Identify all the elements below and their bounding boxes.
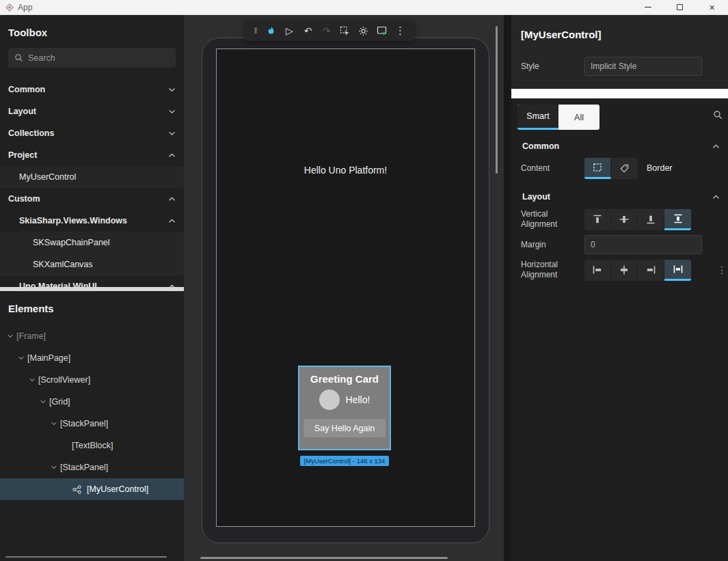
properties-tabs: Smart All — [511, 98, 728, 130]
greeting-card-selection[interactable]: Greeting Card Hello! Say Hello Again — [298, 366, 391, 450]
ellipse-shape[interactable] — [319, 389, 340, 410]
left-sidebar: Toolbox Common Layout Collections Projec… — [0, 15, 184, 561]
chevron-down-icon — [51, 422, 57, 426]
align-left-button[interactable] — [584, 260, 611, 281]
chevron-down-icon — [51, 465, 57, 469]
maximize-button[interactable] — [664, 0, 696, 14]
app-title: App — [18, 3, 32, 12]
content-value: Border — [647, 163, 673, 173]
redo-icon[interactable]: ↷ — [317, 20, 336, 41]
device-frame: Hello Uno Platform! Greeting Card Hello!… — [202, 38, 489, 543]
align-vcenter-button[interactable] — [611, 209, 638, 230]
tag-content-button[interactable] — [611, 158, 638, 179]
content-property-row: Content Border — [511, 156, 728, 180]
toolbox-section-custom[interactable]: Custom — [0, 188, 184, 210]
toolbox-section-common[interactable]: Common — [0, 79, 184, 100]
card-greeting[interactable]: Hello! — [346, 394, 370, 405]
horizontal-alignment-row: Horizontal Alignment ⋮ — [511, 257, 728, 283]
toolbox-section-layout[interactable]: Layout — [0, 100, 184, 122]
panel-divider[interactable] — [504, 15, 511, 561]
section-common[interactable]: Common — [511, 137, 728, 156]
app-screen: Hello Uno Platform! Greeting Card Hello!… — [216, 49, 475, 527]
elements-title: Elements — [0, 291, 184, 316]
align-right-button[interactable] — [638, 260, 664, 281]
tree-item-grid[interactable]: [Grid] — [0, 391, 184, 413]
canvas-horizontal-scrollbar[interactable] — [200, 557, 448, 559]
toolbox-item-skswapchainpanel[interactable]: SKSwapChainPanel — [0, 232, 184, 254]
horizontal-alignment-group — [584, 260, 691, 281]
toolbox-group-skiasharp[interactable]: SkiaSharp.Views.Windows — [0, 210, 184, 232]
properties-panel: [MyUserControl] Style Smart All Common C… — [511, 15, 728, 561]
designer-toolbar: ‖ ▷ ↶ ↷ ⋮ — [245, 20, 414, 41]
toolbox-item-skxamlcanvas[interactable]: SKXamlCanvas — [0, 254, 184, 275]
toolbox-section-project[interactable]: Project — [0, 144, 184, 166]
tab-smart[interactable]: Smart — [517, 105, 558, 130]
tree-item-stackpanel-2[interactable]: [StackPanel] — [0, 456, 184, 478]
sidebar-horizontal-scrollbar[interactable] — [5, 556, 167, 558]
tree-item-myusercontrol[interactable]: [MyUserControl] — [0, 478, 184, 500]
properties-header: [MyUserControl] Style — [511, 15, 728, 89]
properties-search-icon[interactable] — [713, 110, 723, 120]
hot-reload-icon[interactable] — [262, 20, 280, 41]
toolbox-item-myusercontrol[interactable]: MyUserControl — [0, 166, 184, 188]
close-button[interactable]: × — [696, 0, 728, 14]
align-bottom-button[interactable] — [638, 209, 664, 230]
undo-icon[interactable]: ↶ — [299, 20, 317, 41]
tab-all[interactable]: All — [558, 105, 599, 130]
tree-item-mainpage[interactable]: [MainPage] — [0, 347, 184, 369]
theme-icon[interactable] — [354, 20, 373, 41]
tree-item-scrollviewer[interactable]: [ScrollViewer] — [0, 369, 184, 391]
search-input[interactable] — [28, 53, 170, 63]
align-vstretch-button[interactable] — [664, 209, 691, 230]
toolbox-searchbox[interactable] — [8, 48, 176, 68]
search-icon — [14, 53, 23, 62]
content-type-group — [584, 158, 638, 179]
minimize-button[interactable] — [632, 0, 664, 14]
chevron-down-icon — [168, 87, 176, 92]
border-content-button[interactable] — [584, 158, 611, 179]
chevron-down-icon — [168, 131, 176, 136]
toolbar-drag-handle[interactable]: ‖ — [250, 20, 262, 41]
align-hstretch-button[interactable] — [664, 260, 691, 281]
section-layout[interactable]: Layout — [511, 187, 728, 206]
elements-tree: [Frame] [MainPage] [ScrollViewer] [Grid]… — [0, 325, 184, 500]
toolbox-section-collections[interactable]: Collections — [0, 122, 184, 144]
tree-item-textblock[interactable]: [TextBlock] — [0, 435, 184, 456]
window-controls: × — [632, 0, 728, 14]
tree-item-frame[interactable]: [Frame] — [0, 325, 184, 347]
play-icon[interactable]: ▷ — [280, 20, 299, 41]
chevron-down-icon — [29, 378, 36, 382]
style-label: Style — [521, 61, 584, 72]
content-label: Content — [521, 163, 584, 174]
toolbox-group-uno-material[interactable]: Uno Material WinUI — [0, 275, 184, 287]
say-hello-again-button[interactable]: Say Hello Again — [304, 419, 386, 437]
row-options-icon[interactable]: ⋮ — [717, 264, 727, 275]
chevron-up-icon — [168, 153, 176, 158]
chevron-down-icon — [168, 109, 176, 114]
chevron-up-icon — [712, 144, 720, 149]
card-title[interactable]: Greeting Card — [310, 373, 379, 385]
canvas-vertical-scrollbar[interactable] — [496, 26, 498, 174]
align-top-button[interactable] — [584, 209, 611, 230]
style-input[interactable] — [584, 57, 702, 76]
chevron-down-icon — [7, 334, 14, 338]
vertical-alignment-label: Vertical Alignment — [521, 209, 584, 230]
chevron-up-icon — [712, 195, 720, 200]
margin-input[interactable] — [584, 235, 702, 254]
component-icon — [72, 484, 82, 495]
design-surface: ‖ ▷ ↶ ↷ ⋮ Hello Uno Platform! Greeting C… — [184, 15, 504, 561]
more-options-icon[interactable]: ⋮ — [391, 20, 409, 41]
tree-item-stackpanel-1[interactable]: [StackPanel] — [0, 413, 184, 435]
align-hcenter-button[interactable] — [611, 260, 638, 281]
element-picker-icon[interactable] — [336, 20, 354, 41]
hello-textblock[interactable]: Hello Uno Platform! — [217, 165, 474, 176]
card-row: Hello! — [319, 389, 370, 410]
minimize-icon — [645, 7, 651, 8]
horizontal-alignment-label: Horizontal Alignment — [521, 260, 584, 280]
chevron-down-icon — [40, 400, 46, 404]
header-separator — [511, 89, 728, 98]
margin-label: Margin — [521, 240, 584, 250]
selection-size-badge: [MyUserControl] - 146 x 134 — [300, 456, 389, 466]
changes-check-icon[interactable] — [373, 20, 391, 41]
chevron-down-icon — [18, 356, 25, 360]
